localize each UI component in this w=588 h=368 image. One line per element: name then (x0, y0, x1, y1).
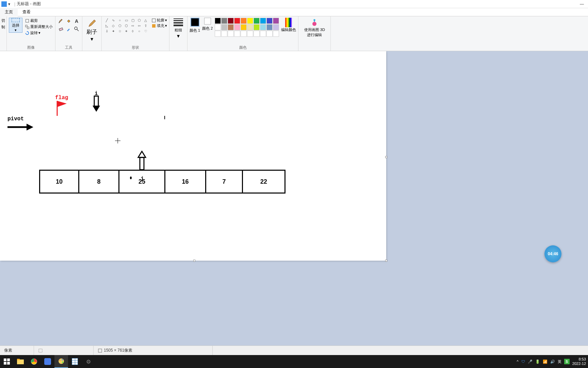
color-swatch[interactable] (241, 18, 247, 24)
tab-view[interactable]: 查看 (18, 8, 35, 16)
tray-wifi-icon[interactable]: 📶 (543, 359, 548, 364)
brush-button[interactable]: 刷子 ▾ (84, 18, 99, 43)
color-swatch[interactable] (247, 31, 253, 37)
color-picker-tool[interactable] (65, 26, 72, 32)
color-swatch[interactable] (260, 31, 266, 37)
text-tool[interactable]: A (73, 18, 80, 25)
color-swatch[interactable] (241, 31, 247, 37)
shape-roundrect[interactable]: ▢ (130, 18, 136, 23)
tray-battery-icon[interactable]: 🔋 (535, 359, 540, 364)
tray-mic-icon[interactable]: 🎤 (528, 359, 533, 364)
color-swatch[interactable] (234, 31, 240, 37)
app-icon[interactable] (1, 1, 7, 7)
color-swatch[interactable] (221, 31, 227, 37)
minimize-button[interactable]: — (580, 2, 584, 6)
clock-widget[interactable]: 04:46 (544, 245, 561, 262)
shape-diamond[interactable]: ◇ (110, 23, 116, 28)
rotate-button[interactable]: 旋转 ▾ (24, 30, 53, 36)
taskbar: ⚙ ^ 🛡 🎤 🔋 📶 🔊 英 S 8:53 2022-12 (0, 355, 588, 368)
shape-arrow-down[interactable]: ⇩ (104, 29, 110, 34)
shape-heart[interactable]: ♡ (143, 29, 149, 34)
tab-home[interactable]: 主页 (0, 8, 18, 16)
shape-rect[interactable]: ▭ (123, 18, 129, 23)
outline-button[interactable]: 轮廓 ▾ (151, 18, 167, 23)
paint-taskbar-icon[interactable] (54, 355, 68, 368)
tray-shield-icon[interactable]: 🛡 (521, 359, 525, 364)
tray-ime[interactable]: 英 (558, 359, 561, 364)
resize-handle-corner[interactable] (385, 260, 387, 262)
color-swatch[interactable] (228, 24, 234, 30)
color-swatch[interactable] (260, 18, 266, 24)
cut-button[interactable]: 切 (1, 18, 6, 24)
color-swatch[interactable] (221, 18, 227, 24)
color-swatch[interactable] (215, 18, 221, 24)
shape-right-triangle[interactable]: ◺ (104, 23, 110, 28)
shape-arrow-right[interactable]: ⇨ (130, 23, 136, 28)
color-swatch[interactable] (234, 18, 240, 24)
color-swatch[interactable] (273, 31, 279, 37)
size-button[interactable]: 粗细 ▾ (172, 18, 185, 40)
settings-icon[interactable]: ⚙ (82, 355, 95, 368)
color-swatch[interactable] (228, 18, 234, 24)
shape-callout[interactable]: ◊ (130, 29, 136, 34)
eraser-tool[interactable] (58, 26, 64, 32)
resize-handle-bottom[interactable] (193, 260, 195, 262)
tray-sogou-icon[interactable]: S (564, 359, 570, 364)
color-swatch[interactable] (247, 24, 253, 30)
shape-line[interactable]: ╱ (104, 18, 110, 23)
color-swatch[interactable] (266, 18, 273, 24)
color-swatch[interactable] (273, 24, 279, 30)
calculator-icon[interactable] (68, 355, 82, 368)
color2-button[interactable]: 颜色 2 (202, 18, 213, 31)
color-swatch[interactable] (215, 31, 221, 37)
shape-6star[interactable]: ✶ (123, 29, 129, 34)
resize-handle-right[interactable] (385, 156, 387, 158)
shape-arrow-up[interactable]: ⇧ (143, 23, 149, 28)
start-button[interactable] (0, 355, 14, 368)
color-swatch[interactable] (247, 18, 253, 24)
paint3d-button[interactable]: 使用画图 3D 进行编辑 (300, 18, 328, 38)
shape-oval[interactable]: ○ (117, 18, 123, 23)
color1-button[interactable]: 颜色 1 (190, 18, 200, 33)
color-swatch[interactable] (228, 31, 234, 37)
shape-pentagon[interactable]: ⬠ (117, 23, 123, 28)
color-swatch[interactable] (254, 18, 260, 24)
tray-volume-icon[interactable]: 🔊 (550, 359, 555, 364)
color-swatch[interactable] (266, 31, 273, 37)
color-swatch[interactable] (260, 24, 266, 30)
shapes-gallery[interactable]: ╱ ∿ ○ ▭ ▢ ⬠ △ ◺ ◇ ⬠ ⬡ ⇨ ⇦ ⇧ ⇩ ✦ ☆ ✶ ◊ ○ (104, 18, 149, 34)
resize-button[interactable]: 重新调整大小 (24, 24, 53, 30)
crop-button[interactable]: 裁剪 (24, 18, 53, 24)
color-swatch[interactable] (221, 24, 227, 30)
color-swatch[interactable] (215, 24, 221, 30)
fill-button[interactable]: 填充 ▾ (151, 23, 167, 28)
shape-polygon[interactable]: ⬠ (136, 18, 142, 23)
tray-chevron-icon[interactable]: ^ (517, 359, 518, 364)
edit-colors-button[interactable]: 编辑颜色 (281, 18, 296, 32)
file-explorer-icon[interactable] (14, 355, 27, 368)
pencil-tool[interactable] (58, 18, 64, 25)
color-swatch[interactable] (241, 24, 247, 30)
shape-4star[interactable]: ✦ (110, 29, 116, 34)
select-button[interactable]: 选择 ▾ (9, 18, 22, 33)
taskbar-clock[interactable]: 8:53 2022-12 (572, 357, 586, 366)
fill-tool[interactable] (65, 18, 72, 25)
shape-hexagon[interactable]: ⬡ (123, 23, 129, 28)
shape-cloud[interactable]: ○ (136, 29, 142, 34)
shape-5star[interactable]: ☆ (117, 29, 123, 34)
canvas[interactable]: pivot flag i 10 8 25 16 7 22 (0, 51, 386, 261)
color-swatch[interactable] (266, 24, 273, 30)
color-swatch[interactable] (273, 18, 279, 24)
color-swatch[interactable] (234, 24, 240, 30)
color-swatch[interactable] (254, 31, 260, 37)
shape-triangle[interactable]: △ (143, 18, 149, 23)
magnifier-tool[interactable] (73, 26, 80, 32)
shape-arrow-left[interactable]: ⇦ (136, 23, 142, 28)
array-diagram: 10 8 25 16 7 22 (39, 170, 285, 194)
copy-button[interactable]: 制 (1, 24, 6, 30)
app-icon[interactable] (41, 355, 54, 368)
qat-dropdown-icon[interactable]: ▾ (8, 2, 10, 6)
chrome-icon[interactable] (27, 355, 41, 368)
shape-curve[interactable]: ∿ (110, 18, 116, 23)
color-swatch[interactable] (254, 24, 260, 30)
